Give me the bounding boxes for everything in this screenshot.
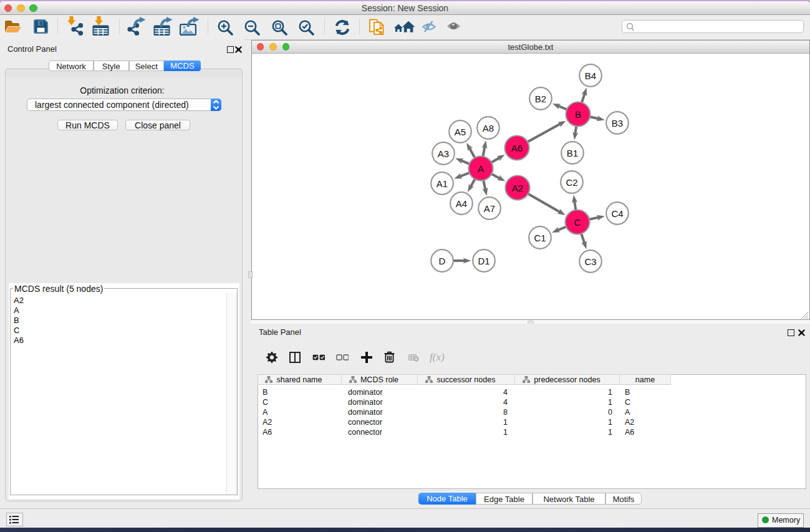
svg-text:B: B <box>575 109 581 120</box>
svg-text:A: A <box>478 163 484 174</box>
svg-text:B4: B4 <box>585 70 596 81</box>
svg-text:A6: A6 <box>511 143 523 153</box>
svg-text:C4: C4 <box>611 208 623 219</box>
svg-text:D: D <box>439 256 446 266</box>
svg-text:C1: C1 <box>534 233 546 243</box>
svg-text:A3: A3 <box>438 148 449 159</box>
svg-text:A2: A2 <box>512 183 523 193</box>
svg-text:C2: C2 <box>566 177 577 188</box>
svg-text:A4: A4 <box>456 198 467 209</box>
svg-text:D1: D1 <box>478 256 489 266</box>
svg-text:B3: B3 <box>612 118 623 128</box>
svg-text:B2: B2 <box>535 94 546 104</box>
svg-text:C: C <box>574 217 581 228</box>
svg-text:A1: A1 <box>436 178 448 189</box>
svg-text:B1: B1 <box>567 148 578 158</box>
svg-text:C3: C3 <box>584 256 596 267</box>
svg-text:A7: A7 <box>484 203 495 214</box>
svg-text:A8: A8 <box>483 123 494 133</box>
svg-text:A5: A5 <box>455 127 466 137</box>
